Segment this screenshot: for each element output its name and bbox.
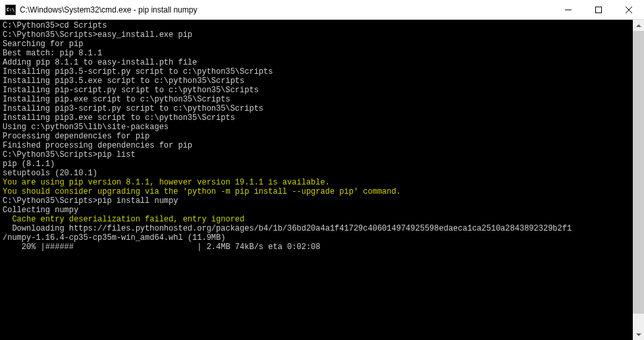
terminal-line: Collecting numpy [3,206,633,215]
terminal-line: Installing pip-script.py script to c:\py… [3,86,633,95]
terminal-line: /numpy-1.16.4-cp35-cp35m-win_amd64.whl (… [3,233,633,242]
terminal-line: Installing pip3.exe script to c:\python3… [3,113,633,123]
terminal-line: Cache entry deserialization failed, entr… [3,215,633,224]
close-icon [626,7,632,13]
minimize-button[interactable] [553,0,583,20]
terminal-output[interactable]: C:\Python35>cd ScriptsC:\Python35\Script… [0,20,633,340]
terminal-line: C:\Python35>cd Scripts [3,21,633,30]
close-button[interactable] [614,0,644,20]
terminal-pane[interactable]: C:\Python35>cd ScriptsC:\Python35\Script… [0,20,644,340]
terminal-line: C:\Python35\Scripts>pip install numpy [3,196,633,206]
svg-marker-5 [636,333,641,336]
window-titlebar: C:\ C:\Windows\System32\cmd.exe - pip in… [0,0,644,20]
svg-rect-1 [596,7,602,13]
scroll-arrow-down-icon[interactable] [633,329,644,340]
window-title: C:\Windows\System32\cmd.exe - pip instal… [20,5,197,14]
terminal-line: 20% |###### | 2.4MB 74kB/s eta 0:02:08 [3,242,633,252]
terminal-line: Finished processing dependencies for pip [3,141,633,150]
terminal-line: Processing dependencies for pip [3,132,633,141]
terminal-line: Using c:\python35\lib\site-packages [3,123,633,132]
svg-marker-4 [636,24,641,27]
terminal-line: pip (8.1.1) [3,159,633,169]
terminal-line: Searching for pip [3,40,633,49]
terminal-line: Installing pip3.5-script.py script to c:… [3,67,633,76]
window-controls [553,0,644,19]
minimize-icon [565,7,572,13]
terminal-line: setuptools (20.10.1) [3,169,633,178]
maximize-icon [595,7,602,13]
scroll-thumb[interactable] [633,31,644,314]
maximize-button[interactable] [583,0,614,20]
terminal-line: You should consider upgrading via the 'p… [3,187,633,196]
terminal-line: Downloading https://files.pythonhosted.o… [3,224,633,233]
terminal-line: C:\Python35\Scripts>easy_install.exe pip [3,30,633,40]
terminal-line: Installing pip3.5.exe script to c:\pytho… [3,76,633,86]
vertical-scrollbar[interactable] [633,20,644,340]
scroll-arrow-up-icon[interactable] [633,20,644,31]
terminal-line: C:\Python35\Scripts>pip list [3,150,633,159]
terminal-line: Installing pip3-script.py script to c:\p… [3,104,633,113]
terminal-line: Installing pip.exe script to c:\python35… [3,95,633,104]
cmd-icon: C:\ [5,5,16,15]
terminal-line: Best match: pip 8.1.1 [3,49,633,58]
scroll-track[interactable] [633,31,644,329]
terminal-line: You are using pip version 8.1.1, however… [3,178,633,187]
terminal-line: Adding pip 8.1.1 to easy-install.pth fil… [3,58,633,67]
